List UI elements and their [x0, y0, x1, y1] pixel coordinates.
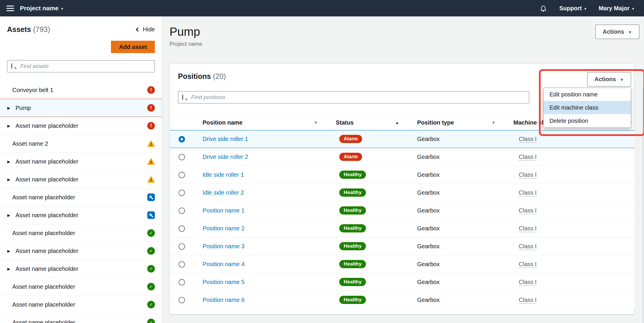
project-dropdown[interactable]: Project name ▾	[20, 5, 63, 12]
user-menu[interactable]: Mary Major ▾	[599, 5, 634, 12]
asset-list-item[interactable]: Conveyor belt 1!	[0, 81, 162, 99]
find-positions-input[interactable]	[178, 91, 529, 103]
expand-arrow-icon[interactable]: ▶	[7, 213, 16, 217]
row-select-radio[interactable]	[179, 279, 185, 285]
find-assets-input[interactable]	[7, 60, 155, 72]
support-menu[interactable]: Support ▾	[559, 5, 586, 12]
position-row[interactable]: Idle side roller 1HealthyGearboxClass I	[170, 166, 635, 184]
machine-class-link[interactable]: Class I	[519, 136, 537, 143]
positions-title-text: Positions	[178, 72, 211, 80]
assets-count: (793)	[33, 25, 50, 33]
position-name-link[interactable]: Drive side roller 2	[203, 154, 248, 160]
machine-class-link[interactable]: Class I	[519, 279, 537, 286]
row-select-radio[interactable]	[179, 154, 185, 160]
position-name-link[interactable]: Position name 6	[203, 297, 244, 303]
position-name-link[interactable]: Drive side roller 1	[203, 136, 248, 142]
expand-arrow-icon[interactable]: ▶	[7, 124, 16, 128]
machine-class-link[interactable]: Class I	[519, 297, 537, 304]
machine-class-link[interactable]: Class I	[519, 171, 537, 178]
position-row[interactable]: Drive side roller 2AlarmGearboxClass I	[170, 148, 635, 166]
asset-list-item[interactable]: ▶Pump!	[0, 99, 162, 117]
status-badge: Healthy	[339, 260, 366, 268]
asset-list-item[interactable]: Asset name placeholder✓	[0, 314, 162, 323]
caret-down-icon: ▾	[632, 6, 634, 11]
machine-class-link[interactable]: Class I	[519, 207, 537, 214]
machine-class-link[interactable]: Class I	[519, 243, 537, 250]
position-search	[178, 91, 529, 103]
position-row[interactable]: Position name 4HealthyGearboxClass I	[170, 255, 635, 273]
position-name-link[interactable]: Position name 2	[203, 225, 244, 232]
positions-panel: Positions (20) Actions ▼ Edit position n…	[169, 64, 634, 314]
asset-list-item[interactable]: Asset name placeholder✓	[0, 278, 162, 296]
machine-class-link[interactable]: Class I	[519, 261, 537, 268]
status-badge: Healthy	[339, 224, 366, 232]
asset-name: Asset name placeholder	[12, 194, 147, 201]
expand-arrow-icon[interactable]: ▶	[7, 267, 16, 271]
position-name-link[interactable]: Position name 3	[203, 243, 244, 249]
asset-list-item[interactable]: Asset name placeholder	[0, 188, 162, 206]
position-type: Gearbox	[417, 189, 440, 196]
asset-list-item[interactable]: Asset name placeholder✓	[0, 224, 162, 242]
asset-list-item[interactable]: ▶Asset name placeholder✓	[0, 242, 162, 260]
row-select-radio[interactable]	[179, 208, 185, 214]
position-row[interactable]: Position name 3HealthyGearboxClass I	[170, 237, 635, 255]
menu-item-edit-position-name[interactable]: Edit position name	[544, 88, 631, 101]
menu-item-delete-position[interactable]: Delete position	[544, 114, 631, 127]
alarm-status-icon: !	[147, 122, 155, 130]
asset-name: Asset name placeholder	[16, 176, 147, 183]
page-actions-label: Actions	[603, 28, 624, 35]
machine-class-link[interactable]: Class I	[519, 189, 537, 196]
asset-list-item[interactable]: ▶Asset name placeholder!	[0, 153, 162, 171]
project-dropdown-label: Project name	[20, 5, 59, 12]
top-navigation-bar: Project name ▾ Support ▾ Mary Major ▾	[0, 0, 644, 16]
column-header-status[interactable]: Status▲	[335, 115, 417, 130]
position-row[interactable]: Position name 5HealthyGearboxClass I	[170, 273, 635, 291]
position-name-link[interactable]: Idle side roller 2	[203, 189, 244, 196]
asset-list-item[interactable]: ▶Asset name placeholder✓	[0, 260, 162, 278]
position-row[interactable]: Position name 1HealthyGearboxClass I	[170, 202, 635, 220]
position-row[interactable]: Position name 6HealthyGearboxClass I	[170, 291, 635, 309]
asset-name: Asset name placeholder	[16, 266, 147, 272]
menu-item-edit-machine-class[interactable]: Edit machine class	[544, 101, 631, 114]
position-row[interactable]: Idle side roller 2HealthyGearboxClass I	[170, 184, 635, 202]
position-row[interactable]: Position name 2HealthyGearboxClass I	[170, 220, 635, 237]
asset-list-item[interactable]: ▶Asset name placeholder!	[0, 117, 162, 135]
position-name-link[interactable]: Position name 5	[203, 279, 244, 285]
positions-table: Position name▼Status▲Position type▼Machi…	[170, 115, 635, 309]
position-name-link[interactable]: Position name 4	[203, 261, 244, 267]
position-name-link[interactable]: Idle side roller 1	[203, 171, 244, 178]
asset-list-item[interactable]: ▶Asset name placeholder!	[0, 171, 162, 188]
hide-sidebar-link[interactable]: Hide	[136, 26, 155, 33]
machine-class-link[interactable]: Class I	[519, 154, 537, 161]
column-header-position-name[interactable]: Position name▼	[194, 115, 335, 130]
asset-list-item[interactable]: Asset name 2!	[0, 135, 162, 153]
expand-arrow-icon[interactable]: ▶	[7, 159, 16, 164]
position-name-link[interactable]: Position name 1	[203, 207, 244, 214]
row-select-radio[interactable]	[179, 297, 185, 303]
expand-arrow-icon[interactable]: ▶	[7, 249, 16, 253]
sort-ascending-icon[interactable]: ▲	[395, 120, 399, 125]
row-select-radio[interactable]	[179, 261, 185, 268]
page-actions-button[interactable]: Actions ▼	[595, 25, 639, 39]
expand-arrow-icon[interactable]: ▶	[7, 177, 16, 182]
row-select-radio[interactable]	[179, 172, 185, 178]
asset-name: Asset name 2	[12, 140, 147, 147]
column-header-position-type[interactable]: Position type▼	[417, 115, 513, 130]
filter-caret-icon[interactable]: ▼	[314, 120, 318, 125]
assets-panel-title: Assets (793)	[7, 25, 50, 34]
vertical-scrollbar[interactable]	[643, 88, 643, 323]
asset-list-item[interactable]: ▶Asset name placeholder	[0, 206, 162, 224]
notifications-bell-icon[interactable]	[539, 4, 547, 12]
position-row[interactable]: Drive side roller 1AlarmGearboxClass I	[170, 130, 635, 148]
hamburger-menu-icon[interactable]	[6, 6, 14, 11]
add-asset-button[interactable]: Add asset	[111, 41, 155, 53]
row-select-radio[interactable]	[179, 190, 185, 196]
machine-class-link[interactable]: Class I	[519, 225, 537, 232]
filter-caret-icon[interactable]: ▼	[491, 120, 495, 125]
positions-actions-button[interactable]: Actions ▼	[587, 72, 631, 86]
row-select-radio[interactable]	[179, 243, 185, 250]
row-select-radio[interactable]	[179, 136, 185, 142]
expand-arrow-icon[interactable]: ▶	[7, 106, 16, 110]
row-select-radio[interactable]	[179, 225, 185, 232]
asset-list-item[interactable]: Asset name placeholder✓	[0, 296, 162, 314]
